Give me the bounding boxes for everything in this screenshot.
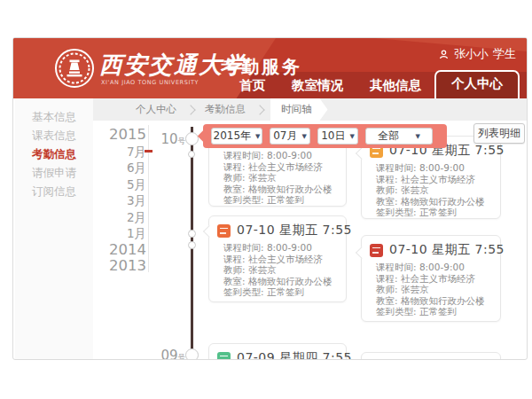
- user-info[interactable]: 张小小 学生: [438, 46, 516, 62]
- person-icon: [438, 49, 450, 60]
- type-select[interactable]: 全部▼: [365, 128, 433, 145]
- attendance-card: 07-10 星期五 7:55 课程时间8:00-9:00 课程社会主义市场经济 …: [361, 235, 501, 322]
- nav-item-home[interactable]: 首页: [226, 72, 278, 98]
- user-name: 张小小: [454, 46, 489, 62]
- year-select[interactable]: 2015年▼: [211, 128, 262, 145]
- university-name-en: XI'AN JIAO TONG UNIVERSITY: [101, 79, 199, 86]
- chevron-right-icon: [185, 105, 195, 114]
- breadcrumb: 个人中心 考勤信息 时间轴: [93, 98, 527, 121]
- sidebar-item-timetable-info[interactable]: 课表信息: [15, 126, 93, 145]
- axis-month-3[interactable]: 3月: [106, 192, 146, 209]
- filter-bar-arrow: [198, 129, 212, 144]
- main-nav: 首页 教室情况 其他信息 个人中心: [226, 70, 520, 98]
- axis-month-7[interactable]: 7月: [106, 144, 146, 160]
- attendance-card-stub: [361, 352, 501, 360]
- timeline-node-large: [185, 132, 199, 145]
- app-window: 西安交通大学 XI'AN JIAO TONG UNIVERSITY 考勤服务 张…: [12, 37, 528, 360]
- list-detail-button[interactable]: 列表明细: [473, 123, 525, 144]
- timeline-node-small: [188, 241, 196, 249]
- sidebar-item-attendance-info[interactable]: 考勤信息: [15, 145, 93, 163]
- axis-year-2014[interactable]: 2014: [106, 242, 146, 259]
- status-icon: [217, 224, 231, 238]
- day-select[interactable]: 10日▼: [317, 128, 358, 145]
- sidebar-item-leave-request[interactable]: 请假申请: [15, 163, 93, 182]
- caret-down-icon: ▼: [301, 133, 306, 140]
- nav-item-personal-center-active[interactable]: 个人中心: [434, 70, 520, 98]
- nav-item-classrooms[interactable]: 教室情况: [278, 72, 356, 98]
- caret-down-icon: ▼: [349, 133, 354, 140]
- timeline-node-small: [188, 230, 196, 238]
- filter-bar: 2015年▼ 07月▼ 10日▼ 全部▼: [203, 124, 447, 148]
- status-icon: [217, 352, 231, 361]
- caret-down-icon: ▼: [415, 133, 419, 140]
- card-title: 07-10 星期五 7:55: [389, 242, 505, 258]
- breadcrumb-personal-center[interactable]: 个人中心: [127, 103, 185, 116]
- day-marker-10: 10号: [146, 130, 185, 147]
- app-header: 西安交通大学 XI'AN JIAO TONG UNIVERSITY 考勤服务 张…: [13, 38, 527, 98]
- university-logo-icon: [54, 48, 95, 89]
- sidebar-item-basic-info[interactable]: 基本信息: [15, 107, 93, 126]
- breadcrumb-attendance-info[interactable]: 考勤信息: [196, 103, 254, 116]
- status-icon: [370, 244, 383, 257]
- card-title: 07-10 星期五 7:55: [237, 223, 352, 239]
- attendance-card: 07-10 星期五 7:55 课程时间8:00-9:00 课程社会主义市场经济 …: [208, 215, 347, 302]
- card-title: 07-09 星期四 7:55: [237, 350, 352, 360]
- axis-month-5[interactable]: 5月: [106, 176, 146, 193]
- user-role: 学生: [493, 46, 516, 62]
- caret-down-icon: ▼: [255, 133, 260, 140]
- current-month-marker: [145, 150, 153, 153]
- chevron-right-icon: [254, 105, 264, 114]
- breadcrumb-timeline-active[interactable]: 时间轴: [270, 98, 328, 121]
- attendance-card: 07-10 星期五 7:55 课程时间8:00-9:00 课程社会主义市场经济 …: [361, 136, 501, 219]
- timeline-node-large: [185, 348, 199, 360]
- sidebar-item-subscription-info[interactable]: 订阅信息: [15, 182, 93, 200]
- nav-item-other-info[interactable]: 其他信息: [356, 72, 434, 98]
- axis-month-1[interactable]: 1月: [106, 225, 146, 242]
- sidebar: 基本信息 课表信息 考勤信息 请假申请 订阅信息: [15, 98, 93, 359]
- day-marker-09: 09号: [146, 347, 185, 360]
- timeline-axis: 2015 7月 6月 5月 3月 2月 1月 2014 2013: [106, 127, 146, 275]
- attendance-card: 07-09 星期四 7:55: [208, 343, 347, 360]
- screenshot: 西安交通大学 XI'AN JIAO TONG UNIVERSITY 考勤服务 张…: [0, 0, 532, 399]
- timeline-node-small: [188, 151, 195, 158]
- axis-month-2[interactable]: 2月: [106, 209, 146, 226]
- axis-year-2013[interactable]: 2013: [106, 258, 146, 275]
- axis-month-6[interactable]: 6月: [106, 160, 146, 176]
- month-select[interactable]: 07月▼: [270, 128, 310, 145]
- axis-year-2015[interactable]: 2015: [106, 127, 146, 144]
